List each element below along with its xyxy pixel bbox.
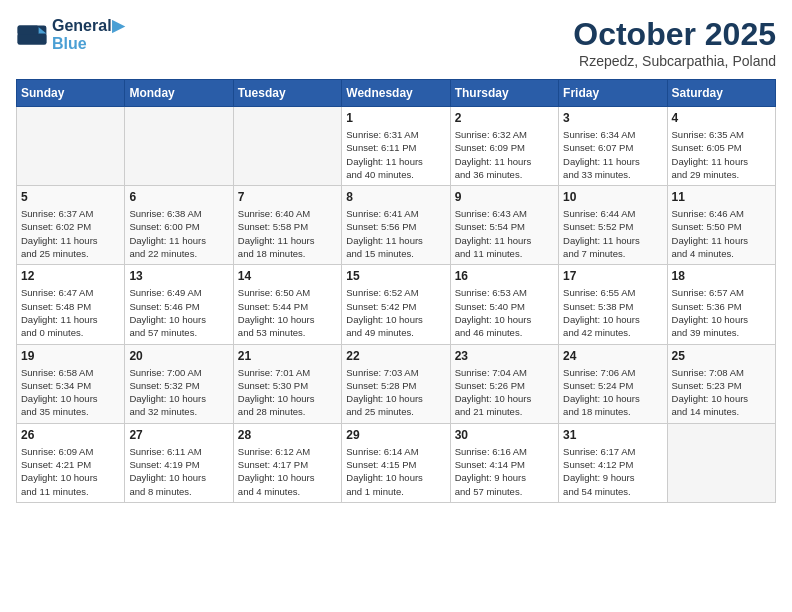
logo-icon xyxy=(16,19,48,51)
calendar-cell: 20Sunrise: 7:00 AM Sunset: 5:32 PM Dayli… xyxy=(125,344,233,423)
weekday-header-friday: Friday xyxy=(559,80,667,107)
svg-rect-3 xyxy=(18,34,47,44)
location: Rzepedz, Subcarpathia, Poland xyxy=(573,53,776,69)
day-number: 14 xyxy=(238,269,337,283)
day-number: 24 xyxy=(563,349,662,363)
title-block: October 2025 Rzepedz, Subcarpathia, Pola… xyxy=(573,16,776,69)
logo-text: General▶ Blue xyxy=(52,16,124,53)
day-info: Sunrise: 6:57 AM Sunset: 5:36 PM Dayligh… xyxy=(672,286,771,339)
day-number: 1 xyxy=(346,111,445,125)
calendar-table: SundayMondayTuesdayWednesdayThursdayFrid… xyxy=(16,79,776,503)
weekday-header-sunday: Sunday xyxy=(17,80,125,107)
calendar-cell: 18Sunrise: 6:57 AM Sunset: 5:36 PM Dayli… xyxy=(667,265,775,344)
day-number: 10 xyxy=(563,190,662,204)
calendar-cell: 27Sunrise: 6:11 AM Sunset: 4:19 PM Dayli… xyxy=(125,423,233,502)
calendar-cell: 1Sunrise: 6:31 AM Sunset: 6:11 PM Daylig… xyxy=(342,107,450,186)
calendar-cell: 21Sunrise: 7:01 AM Sunset: 5:30 PM Dayli… xyxy=(233,344,341,423)
day-info: Sunrise: 7:08 AM Sunset: 5:23 PM Dayligh… xyxy=(672,366,771,419)
day-number: 30 xyxy=(455,428,554,442)
weekday-header-tuesday: Tuesday xyxy=(233,80,341,107)
weekday-header-row: SundayMondayTuesdayWednesdayThursdayFrid… xyxy=(17,80,776,107)
calendar-cell: 3Sunrise: 6:34 AM Sunset: 6:07 PM Daylig… xyxy=(559,107,667,186)
page-header: General▶ Blue October 2025 Rzepedz, Subc… xyxy=(16,16,776,69)
calendar-cell: 11Sunrise: 6:46 AM Sunset: 5:50 PM Dayli… xyxy=(667,186,775,265)
calendar-cell: 15Sunrise: 6:52 AM Sunset: 5:42 PM Dayli… xyxy=(342,265,450,344)
day-number: 23 xyxy=(455,349,554,363)
calendar-cell: 28Sunrise: 6:12 AM Sunset: 4:17 PM Dayli… xyxy=(233,423,341,502)
calendar-cell: 2Sunrise: 6:32 AM Sunset: 6:09 PM Daylig… xyxy=(450,107,558,186)
day-info: Sunrise: 6:32 AM Sunset: 6:09 PM Dayligh… xyxy=(455,128,554,181)
calendar-cell: 17Sunrise: 6:55 AM Sunset: 5:38 PM Dayli… xyxy=(559,265,667,344)
calendar-cell: 8Sunrise: 6:41 AM Sunset: 5:56 PM Daylig… xyxy=(342,186,450,265)
day-number: 31 xyxy=(563,428,662,442)
day-info: Sunrise: 6:09 AM Sunset: 4:21 PM Dayligh… xyxy=(21,445,120,498)
calendar-cell: 16Sunrise: 6:53 AM Sunset: 5:40 PM Dayli… xyxy=(450,265,558,344)
day-number: 16 xyxy=(455,269,554,283)
calendar-cell: 19Sunrise: 6:58 AM Sunset: 5:34 PM Dayli… xyxy=(17,344,125,423)
day-number: 17 xyxy=(563,269,662,283)
day-number: 8 xyxy=(346,190,445,204)
day-info: Sunrise: 6:49 AM Sunset: 5:46 PM Dayligh… xyxy=(129,286,228,339)
day-number: 3 xyxy=(563,111,662,125)
day-info: Sunrise: 7:03 AM Sunset: 5:28 PM Dayligh… xyxy=(346,366,445,419)
day-number: 18 xyxy=(672,269,771,283)
calendar-week-1: 1Sunrise: 6:31 AM Sunset: 6:11 PM Daylig… xyxy=(17,107,776,186)
day-info: Sunrise: 6:47 AM Sunset: 5:48 PM Dayligh… xyxy=(21,286,120,339)
weekday-header-saturday: Saturday xyxy=(667,80,775,107)
day-info: Sunrise: 7:04 AM Sunset: 5:26 PM Dayligh… xyxy=(455,366,554,419)
day-info: Sunrise: 6:34 AM Sunset: 6:07 PM Dayligh… xyxy=(563,128,662,181)
day-info: Sunrise: 6:50 AM Sunset: 5:44 PM Dayligh… xyxy=(238,286,337,339)
day-number: 5 xyxy=(21,190,120,204)
day-info: Sunrise: 6:14 AM Sunset: 4:15 PM Dayligh… xyxy=(346,445,445,498)
calendar-cell xyxy=(667,423,775,502)
calendar-cell: 5Sunrise: 6:37 AM Sunset: 6:02 PM Daylig… xyxy=(17,186,125,265)
calendar-cell: 29Sunrise: 6:14 AM Sunset: 4:15 PM Dayli… xyxy=(342,423,450,502)
day-info: Sunrise: 6:37 AM Sunset: 6:02 PM Dayligh… xyxy=(21,207,120,260)
day-info: Sunrise: 6:40 AM Sunset: 5:58 PM Dayligh… xyxy=(238,207,337,260)
day-number: 20 xyxy=(129,349,228,363)
day-info: Sunrise: 7:06 AM Sunset: 5:24 PM Dayligh… xyxy=(563,366,662,419)
calendar-cell: 30Sunrise: 6:16 AM Sunset: 4:14 PM Dayli… xyxy=(450,423,558,502)
calendar-cell: 7Sunrise: 6:40 AM Sunset: 5:58 PM Daylig… xyxy=(233,186,341,265)
calendar-week-3: 12Sunrise: 6:47 AM Sunset: 5:48 PM Dayli… xyxy=(17,265,776,344)
day-number: 27 xyxy=(129,428,228,442)
calendar-cell: 31Sunrise: 6:17 AM Sunset: 4:12 PM Dayli… xyxy=(559,423,667,502)
calendar-cell: 4Sunrise: 6:35 AM Sunset: 6:05 PM Daylig… xyxy=(667,107,775,186)
day-number: 28 xyxy=(238,428,337,442)
day-number: 29 xyxy=(346,428,445,442)
day-info: Sunrise: 6:43 AM Sunset: 5:54 PM Dayligh… xyxy=(455,207,554,260)
day-info: Sunrise: 6:11 AM Sunset: 4:19 PM Dayligh… xyxy=(129,445,228,498)
day-info: Sunrise: 6:12 AM Sunset: 4:17 PM Dayligh… xyxy=(238,445,337,498)
logo: General▶ Blue xyxy=(16,16,124,53)
day-number: 12 xyxy=(21,269,120,283)
day-number: 26 xyxy=(21,428,120,442)
day-number: 2 xyxy=(455,111,554,125)
weekday-header-wednesday: Wednesday xyxy=(342,80,450,107)
day-info: Sunrise: 6:44 AM Sunset: 5:52 PM Dayligh… xyxy=(563,207,662,260)
day-info: Sunrise: 6:46 AM Sunset: 5:50 PM Dayligh… xyxy=(672,207,771,260)
day-info: Sunrise: 6:31 AM Sunset: 6:11 PM Dayligh… xyxy=(346,128,445,181)
day-number: 15 xyxy=(346,269,445,283)
calendar-week-2: 5Sunrise: 6:37 AM Sunset: 6:02 PM Daylig… xyxy=(17,186,776,265)
day-info: Sunrise: 6:16 AM Sunset: 4:14 PM Dayligh… xyxy=(455,445,554,498)
day-number: 21 xyxy=(238,349,337,363)
weekday-header-thursday: Thursday xyxy=(450,80,558,107)
day-number: 7 xyxy=(238,190,337,204)
day-info: Sunrise: 7:00 AM Sunset: 5:32 PM Dayligh… xyxy=(129,366,228,419)
svg-rect-2 xyxy=(18,25,39,34)
day-number: 13 xyxy=(129,269,228,283)
day-number: 11 xyxy=(672,190,771,204)
calendar-cell xyxy=(17,107,125,186)
day-number: 22 xyxy=(346,349,445,363)
day-number: 19 xyxy=(21,349,120,363)
calendar-cell: 13Sunrise: 6:49 AM Sunset: 5:46 PM Dayli… xyxy=(125,265,233,344)
calendar-cell: 10Sunrise: 6:44 AM Sunset: 5:52 PM Dayli… xyxy=(559,186,667,265)
day-number: 4 xyxy=(672,111,771,125)
calendar-cell: 6Sunrise: 6:38 AM Sunset: 6:00 PM Daylig… xyxy=(125,186,233,265)
calendar-cell: 26Sunrise: 6:09 AM Sunset: 4:21 PM Dayli… xyxy=(17,423,125,502)
day-info: Sunrise: 6:38 AM Sunset: 6:00 PM Dayligh… xyxy=(129,207,228,260)
day-info: Sunrise: 6:55 AM Sunset: 5:38 PM Dayligh… xyxy=(563,286,662,339)
day-info: Sunrise: 6:41 AM Sunset: 5:56 PM Dayligh… xyxy=(346,207,445,260)
calendar-cell: 24Sunrise: 7:06 AM Sunset: 5:24 PM Dayli… xyxy=(559,344,667,423)
day-info: Sunrise: 6:58 AM Sunset: 5:34 PM Dayligh… xyxy=(21,366,120,419)
